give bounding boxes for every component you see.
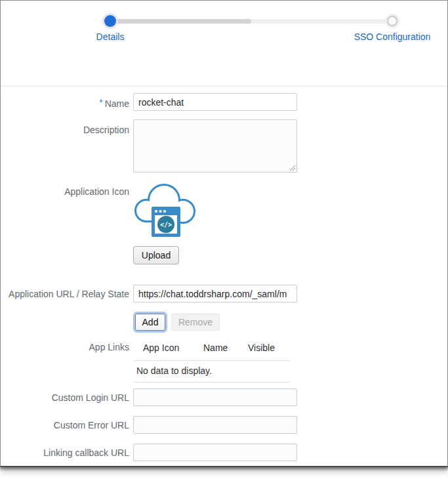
cloud-code-app-icon: </> [134, 180, 198, 241]
application-icon-preview: </> [134, 180, 198, 241]
app-links-column-visible: Visible [248, 343, 275, 353]
table-footer-divider [134, 382, 290, 383]
stepper-progress [110, 19, 251, 24]
required-asterisk: * [99, 97, 102, 108]
custom-error-url-input[interactable] [133, 416, 297, 434]
name-label: *Name [1, 98, 129, 109]
remove-button[interactable]: Remove [171, 314, 220, 331]
description-textarea[interactable] [133, 119, 297, 173]
code-glyph: </> [160, 221, 172, 228]
description-label: Description [1, 125, 129, 135]
custom-error-url-label: Custom Error URL [1, 421, 129, 430]
textarea-resize-grip[interactable] [289, 165, 296, 171]
custom-login-url-label: Custom Login URL [1, 393, 129, 403]
table-empty-message: No data to display. [136, 365, 212, 376]
wizard-dialog: Details SSO Configuration *Name Descript… [0, 0, 448, 467]
upload-button[interactable]: Upload [133, 246, 179, 264]
step-label-details[interactable]: Details [71, 31, 150, 42]
application-url-input[interactable] [133, 285, 297, 302]
name-input[interactable] [133, 93, 297, 111]
application-url-label: Application URL / Relay State [1, 289, 129, 299]
add-button[interactable]: Add [135, 314, 165, 331]
custom-login-url-input[interactable] [133, 388, 297, 406]
name-label-text: Name [105, 98, 129, 109]
linking-callback-url-label: Linking callback URL [1, 448, 129, 458]
application-icon-label: Application Icon [1, 187, 129, 197]
app-links-column-app-icon: App Icon [143, 343, 179, 353]
step-label-sso-configuration[interactable]: SSO Configuration [340, 31, 445, 42]
wizard-stepper: Details SSO Configuration [1, 1, 447, 87]
step-dot-details[interactable] [104, 15, 116, 27]
stepper-track [110, 19, 392, 24]
app-links-label: App Links [1, 343, 129, 352]
app-links-column-name: Name [203, 343, 228, 353]
table-header-divider [134, 360, 290, 361]
linking-callback-url-input[interactable] [133, 444, 297, 461]
step-dot-sso-configuration[interactable] [387, 16, 397, 26]
